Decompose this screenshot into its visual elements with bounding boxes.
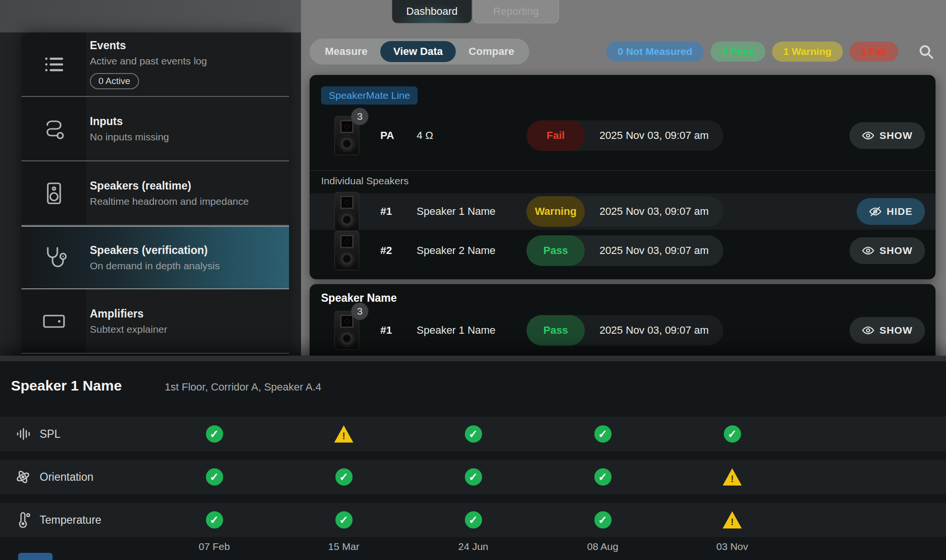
date-label: 03 Nov [667,541,797,552]
status-badge: Pass [527,315,585,346]
sidebar-item-speakers-verification[interactable]: Speakers (verification) On demand in dep… [22,226,289,289]
mode-measure-button[interactable]: Measure [312,41,380,62]
row-id: PA [380,129,417,142]
sidebar-item-title: Amplifiers [90,307,167,320]
stethoscope-icon [22,244,86,272]
warning-counter-badge[interactable]: 1 Warning [772,42,843,62]
metric-row-orientation: Orientation [0,460,946,494]
sidebar-item-subtitle: On demand in depth analysis [90,260,220,272]
table-row-speaker-1[interactable]: #1 Speaker 1 Name Warning 2025 Nov 03, 0… [310,193,935,230]
search-icon[interactable] [916,42,935,61]
status-counters: 0 Not Measured 4 Pass 1 Warning 1 Fail [606,42,935,62]
sidebar-item-subtitle: Subtext explainer [90,324,167,335]
fail-counter-badge[interactable]: 1 Fail [849,42,898,62]
speaker-thumbnail [334,192,359,231]
eye-icon [862,324,874,337]
sidebar-item-subtitle: No inputs missing [90,131,169,143]
date-axis: 07 Feb 15 Mar 24 Jun 08 Aug 03 Nov [150,541,797,552]
sidebar-item-title: Speakers (realtime) [90,180,249,192]
status-icon[interactable] [465,468,482,486]
sidebar: Events Active and past events log 0 Acti… [22,32,289,356]
status-icon[interactable] [206,511,223,528]
events-active-badge: 0 Active [90,73,139,89]
speaker-name: Speaker 1 Name [417,205,527,218]
date-label: 08 Aug [538,541,667,552]
mode-compare-button[interactable]: Compare [456,41,527,62]
sidebar-item-subtitle: Active and past events log [90,55,207,67]
speaker-count-badge: 3 [351,303,368,320]
status-icon[interactable] [724,425,741,443]
status-group: Warning 2025 Nov 03, 09:07 am [527,196,723,227]
metric-row-temperature: Temperature [0,503,946,537]
sidebar-item-inputs[interactable]: Inputs No inputs missing [22,97,289,161]
sheet-location-subtitle: 1st Floor, Corridor A, Speaker A.4 [165,381,322,393]
status-icon[interactable] [334,425,354,443]
spl-icon [14,425,32,443]
status-icon[interactable] [594,425,612,443]
metric-row-spl: SPL [0,417,946,451]
partial-blue-button[interactable] [18,553,53,560]
show-hide-button[interactable]: SHOW [849,122,925,149]
status-icon[interactable] [594,468,612,486]
mode-view-data-button[interactable]: View Data [380,41,456,62]
status-icon[interactable] [465,511,482,528]
speaker-detail-sheet: Speaker 1 Name 1st Floor, Corridor A, Sp… [0,356,946,560]
date-label: 15 Mar [279,541,408,552]
sidebar-item-amplifiers[interactable]: Amplifiers Subtext explainer [22,289,289,354]
status-icon[interactable] [465,425,482,443]
mode-segmented-control: Measure View Data Compare [310,39,529,64]
sidebar-item-events[interactable]: Events Active and past events log 0 Acti… [22,32,289,97]
status-group: Pass 2025 Nov 03, 09:07 am [527,315,723,346]
show-hide-button[interactable]: HIDE [857,198,925,225]
speaker-icon [22,180,86,207]
not-measured-counter-badge[interactable]: 0 Not Measured [606,42,704,62]
measurement-timestamp: 2025 Nov 03, 09:07 am [585,205,723,218]
metric-label-text: SPL [40,428,60,441]
tab-dashboard[interactable]: Dashboard [392,0,472,23]
sidebar-item-title: Inputs [90,115,169,128]
table-row-speaker-2[interactable]: #2 Speaker 2 Name Pass 2025 Nov 03, 09:0… [310,232,935,269]
sidebar-item-title: Events [90,39,207,52]
speaker-name: Speaker 1 Name [417,324,527,337]
row-id: #1 [380,324,417,337]
status-icon[interactable] [723,468,742,486]
date-label: 07 Feb [150,541,279,552]
app-window: Dashboard Reporting Events Active and pa… [0,0,946,560]
pass-counter-badge[interactable]: 4 Pass [710,42,765,62]
speaker-count-badge: 3 [351,108,368,125]
sheet-drag-handle[interactable] [0,356,946,362]
status-group: Pass 2025 Nov 03, 09:07 am [527,235,723,266]
orientation-icon [14,468,32,486]
date-label: 24 Jun [408,541,538,552]
status-badge: Pass [527,235,585,266]
eye-icon [862,129,874,142]
table-row-single-speaker[interactable]: 3 #1 Speaker 1 Name Pass 2025 Nov 03, 09… [310,310,935,351]
status-icon[interactable] [206,468,223,486]
metric-label-text: Temperature [40,514,101,527]
show-hide-button[interactable]: SHOW [849,317,925,344]
status-icon[interactable] [723,511,742,528]
eye-off-icon [869,205,882,218]
sidebar-item-subtitle: Realtime headroom and impedance [90,196,249,207]
divider [310,170,935,171]
speaker-thumbnail: 3 [334,116,359,155]
metric-label-text: Orientation [40,471,94,484]
row-detail: 4 Ω [417,129,527,142]
status-icon[interactable] [594,511,612,528]
speaker-thumbnail: 3 [334,311,359,350]
show-hide-button[interactable]: SHOW [849,237,925,264]
status-icon[interactable] [335,511,353,528]
speaker-thumbnail [334,231,359,270]
row-id: #2 [380,244,417,257]
top-tab-bar: Dashboard Reporting [392,0,559,23]
amplifier-icon [22,307,86,335]
table-row-pa[interactable]: 3 PA 4 Ω Fail 2025 Nov 03, 09:07 am SHOW [310,115,935,156]
sidebar-item-speakers-realtime[interactable]: Speakers (realtime) Realtime headroom an… [22,161,289,226]
eye-icon [862,244,874,257]
row-id: #1 [380,205,417,218]
group-tag[interactable]: SpeakerMate Line [321,86,418,105]
status-icon[interactable] [335,468,353,486]
sheet-title: Speaker 1 Name [11,378,122,394]
status-icon[interactable] [206,425,223,443]
tab-reporting[interactable]: Reporting [473,0,559,23]
